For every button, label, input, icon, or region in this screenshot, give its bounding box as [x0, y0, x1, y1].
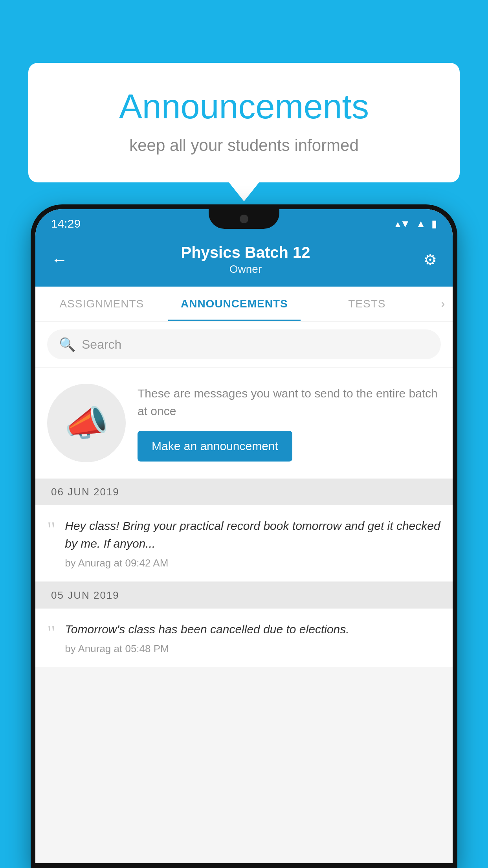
app-header: ← Physics Batch 12 Owner ⚙ — [35, 234, 453, 287]
date-separator-2: 05 JUN 2019 — [35, 582, 453, 609]
announcement-content-2: Tomorrow's class has been cancelled due … — [65, 620, 441, 655]
phone-screen: 14:29 ▴▼ ▲ ▮ ← Physics Batch 12 Owner ⚙ … — [35, 209, 453, 863]
date-separator-1: 06 JUN 2019 — [35, 479, 453, 505]
front-camera — [240, 215, 248, 223]
header-subtitle: Owner — [68, 263, 424, 276]
speech-bubble: Announcements keep all your students inf… — [28, 63, 460, 182]
tab-bar: ASSIGNMENTS ANNOUNCEMENTS TESTS › — [35, 287, 453, 322]
announcement-content-1: Hey class! Bring your practical record b… — [65, 517, 441, 569]
bubble-subtitle: keep all your students informed — [60, 136, 428, 155]
battery-icon: ▮ — [431, 218, 437, 230]
announcement-meta-1: by Anurag at 09:42 AM — [65, 557, 441, 569]
announcement-item-1[interactable]: " Hey class! Bring your practical record… — [35, 505, 453, 581]
search-placeholder: Search — [82, 337, 121, 352]
quote-icon-2: " — [47, 623, 55, 643]
tab-assignments[interactable]: ASSIGNMENTS — [35, 287, 168, 321]
phone-frame: 14:29 ▴▼ ▲ ▮ ← Physics Batch 12 Owner ⚙ … — [31, 204, 457, 868]
megaphone-icon: 📣 — [64, 403, 108, 444]
announcement-text-1: Hey class! Bring your practical record b… — [65, 517, 441, 552]
make-announcement-button[interactable]: Make an announcement — [138, 431, 292, 462]
search-icon: 🔍 — [59, 337, 75, 352]
bubble-title: Announcements — [60, 86, 428, 127]
search-bar[interactable]: 🔍 Search — [47, 329, 441, 359]
tab-more[interactable]: › — [433, 287, 453, 321]
promo-right: These are messages you want to send to t… — [138, 384, 441, 462]
status-icons: ▴▼ ▲ ▮ — [395, 218, 437, 230]
signal-icon: ▲ — [416, 218, 426, 230]
promo-section: 📣 These are messages you want to send to… — [35, 368, 453, 478]
promo-text: These are messages you want to send to t… — [138, 384, 441, 420]
announcement-text-2: Tomorrow's class has been cancelled due … — [65, 620, 441, 638]
header-center: Physics Batch 12 Owner — [68, 244, 424, 276]
search-container: 🔍 Search — [35, 322, 453, 367]
wifi-icon: ▴▼ — [395, 218, 411, 230]
phone-notch — [209, 209, 279, 229]
settings-icon[interactable]: ⚙ — [424, 251, 437, 268]
announcement-item-2[interactable]: " Tomorrow's class has been cancelled du… — [35, 609, 453, 667]
promo-icon-circle: 📣 — [47, 384, 126, 462]
tab-tests[interactable]: TESTS — [301, 287, 433, 321]
announcement-meta-2: by Anurag at 05:48 PM — [65, 643, 441, 655]
content-area: 🔍 Search 📣 These are messages you want t… — [35, 322, 453, 863]
status-time: 14:29 — [51, 217, 81, 230]
back-button[interactable]: ← — [51, 250, 68, 269]
tab-announcements[interactable]: ANNOUNCEMENTS — [168, 287, 301, 321]
quote-icon-1: " — [47, 519, 55, 540]
header-title: Physics Batch 12 — [68, 244, 424, 261]
